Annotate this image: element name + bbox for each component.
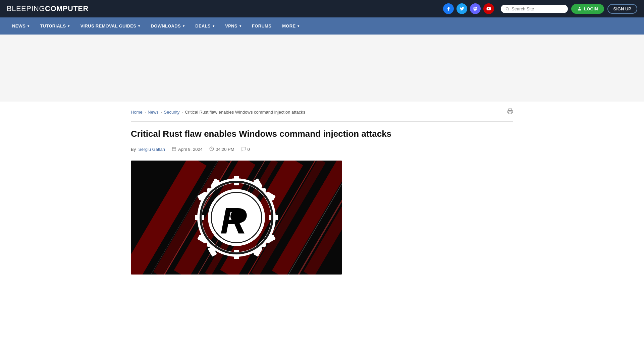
- svg-rect-4: [509, 112, 512, 114]
- print-icon[interactable]: [507, 108, 513, 116]
- breadcrumb-sep-3: ›: [182, 110, 183, 114]
- article-time: 04:20 PM: [209, 146, 234, 152]
- nav-downloads[interactable]: DOWNLOADS ▾: [146, 17, 190, 35]
- nav-news-caret: ▾: [28, 24, 29, 28]
- article-date: April 9, 2024: [172, 146, 203, 152]
- svg-point-46: [207, 188, 210, 191]
- nav-vpns[interactable]: VPNS ▾: [220, 17, 247, 35]
- svg-rect-5: [172, 147, 176, 151]
- mastodon-icon[interactable]: [470, 3, 481, 14]
- comment-icon: [241, 146, 246, 153]
- search-bar[interactable]: [501, 5, 568, 13]
- breadcrumb-home[interactable]: Home: [131, 110, 143, 115]
- svg-point-45: [263, 244, 266, 247]
- nav-deals[interactable]: DEALS ▾: [190, 17, 220, 35]
- login-button[interactable]: LOGIN: [571, 4, 604, 14]
- breadcrumb-security[interactable]: Security: [164, 110, 180, 115]
- calendar-icon: [172, 146, 176, 152]
- nav-tutorials-caret: ▾: [68, 24, 69, 28]
- svg-point-42: [195, 216, 199, 219]
- breadcrumb-news[interactable]: News: [148, 110, 159, 115]
- nav-more[interactable]: MORE ▾: [277, 17, 305, 35]
- breadcrumb-current: Critical Rust flaw enables Windows comma…: [185, 110, 305, 115]
- social-icons: [443, 3, 494, 14]
- breadcrumb-sep-2: ›: [161, 110, 162, 114]
- article-by-label: By Sergiu Gatlan: [131, 147, 165, 152]
- main-container: Home › News › Security › Critical Rust f…: [124, 102, 520, 281]
- advertisement-banner: [0, 35, 644, 102]
- site-header: BLEEPINGCOMPUTER LOGIN SIGN UP: [0, 0, 644, 17]
- breadcrumb: Home › News › Security › Critical Rust f…: [131, 108, 513, 122]
- nav-forums[interactable]: FORUMS: [247, 17, 277, 35]
- clock-icon: [209, 146, 214, 152]
- header-right: LOGIN SIGN UP: [443, 3, 637, 14]
- svg-point-1: [506, 7, 509, 10]
- search-input[interactable]: [512, 6, 563, 11]
- svg-point-3: [579, 7, 581, 9]
- article-meta: By Sergiu Gatlan April 9, 2024 04:20 PM …: [131, 146, 513, 153]
- main-nav: NEWS ▾ TUTORIALS ▾ VIRUS REMOVAL GUIDES …: [0, 17, 644, 35]
- svg-point-40: [235, 255, 238, 259]
- svg-point-44: [207, 244, 210, 247]
- svg-point-43: [263, 188, 266, 191]
- nav-deals-caret: ▾: [213, 24, 214, 28]
- nav-downloads-caret: ▾: [183, 24, 184, 28]
- logo-light: BLEEPING: [7, 4, 45, 13]
- svg-point-41: [274, 216, 278, 219]
- nav-virus-removal[interactable]: VIRUS REMOVAL GUIDES ▾: [75, 17, 146, 35]
- article-hero-image: R: [131, 161, 342, 275]
- search-icon: [505, 7, 509, 11]
- nav-virus-caret: ▾: [138, 24, 140, 28]
- svg-line-2: [508, 9, 509, 10]
- user-icon: [577, 6, 582, 11]
- site-logo[interactable]: BLEEPINGCOMPUTER: [7, 4, 89, 13]
- signup-button[interactable]: SIGN UP: [607, 4, 637, 14]
- svg-point-39: [235, 176, 238, 180]
- breadcrumb-sep-1: ›: [145, 110, 146, 114]
- svg-point-49: [230, 210, 243, 222]
- nav-news[interactable]: NEWS ▾: [7, 17, 35, 35]
- article-title: Critical Rust flaw enables Windows comma…: [131, 128, 513, 140]
- article-comments: 0: [241, 146, 250, 153]
- nav-vpns-caret: ▾: [239, 24, 241, 28]
- twitter-icon[interactable]: [457, 3, 467, 14]
- youtube-icon[interactable]: [483, 3, 494, 14]
- nav-more-caret: ▾: [298, 24, 299, 28]
- comment-count: 0: [248, 147, 250, 152]
- logo-bold: COMPUTER: [45, 4, 89, 13]
- nav-tutorials[interactable]: TUTORIALS ▾: [35, 17, 75, 35]
- article-author[interactable]: Sergiu Gatlan: [137, 147, 165, 152]
- facebook-icon[interactable]: [443, 3, 454, 14]
